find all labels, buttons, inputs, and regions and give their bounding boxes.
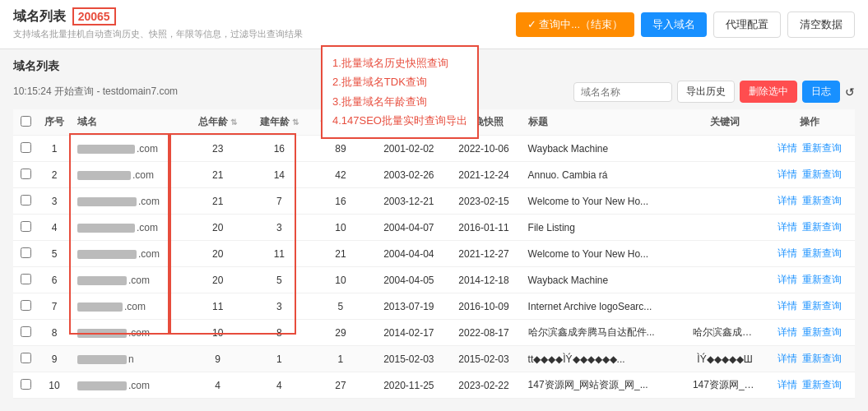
row-checkbox-cell: [13, 162, 38, 188]
row-actions: 详情重新查询: [764, 267, 855, 293]
row-latest-snapshot: 2022-10-06: [446, 136, 521, 162]
search-input[interactable]: [573, 82, 672, 102]
row-title: Welcome to Your New Ho...: [522, 188, 686, 215]
row-build-age: 8: [248, 320, 310, 346]
requery-link[interactable]: 重新查询: [802, 300, 842, 312]
agent-config-button[interactable]: 代理配置: [713, 12, 781, 38]
domain-blur: [77, 224, 135, 233]
domain-blur: [77, 329, 127, 338]
row-checkbox[interactable]: [21, 379, 31, 390]
row-earliest-snapshot: 2004-04-05: [371, 267, 446, 293]
query-button[interactable]: ✓ 查询中...（结束）: [516, 12, 634, 37]
toolbar-right: 导出历史 删除选中 日志 ↺: [573, 81, 855, 103]
row-checkbox[interactable]: [21, 326, 31, 337]
requery-link[interactable]: 重新查询: [802, 353, 842, 364]
row-keywords: [686, 188, 764, 215]
requery-link[interactable]: 重新查询: [802, 379, 842, 390]
row-checkbox-cell: [13, 136, 38, 162]
detail-link[interactable]: 详情: [777, 353, 797, 364]
row-checkbox[interactable]: [21, 300, 31, 311]
row-build-age: 4: [248, 372, 310, 399]
row-checkbox[interactable]: [21, 274, 31, 284]
domain-blur: [77, 197, 137, 206]
requery-link[interactable]: 重新查询: [802, 247, 842, 259]
table-row: 6.com205102004-04-052014-12-18Wayback Ma…: [13, 267, 855, 293]
toolbar-left: 10:15:24 开始查询 - testdomain7.com: [13, 85, 178, 99]
row-checkbox[interactable]: [21, 353, 31, 363]
table-row: 1.com2316892001-02-022022-10-06Wayback M…: [13, 136, 855, 162]
row-checkbox-cell: [13, 241, 38, 267]
row-latest-snapshot: 2021-12-24: [446, 162, 521, 188]
row-latest-snapshot: 2015-02-03: [446, 346, 521, 372]
row-title: 147资源网_网站资源_网_...: [522, 372, 686, 399]
row-domain: .com: [71, 293, 187, 320]
detail-link[interactable]: 详情: [777, 221, 797, 233]
row-snapshots: 1: [310, 346, 372, 372]
title-text: 域名列表: [13, 9, 66, 23]
export-history-button[interactable]: 导出历史: [677, 81, 735, 103]
row-snapshots: 89: [310, 136, 372, 162]
row-title: Welcome to Your New Ho...: [522, 241, 686, 267]
row-title: File Listing: [522, 215, 686, 241]
header-actions: ✓ 查询中...（结束） 导入域名 代理配置 清空数据: [516, 12, 855, 38]
detail-link[interactable]: 详情: [777, 379, 797, 390]
row-title: Internet Archive logoSearc...: [522, 293, 686, 320]
detail-link[interactable]: 详情: [777, 169, 797, 180]
sort-build-age-icon[interactable]: ⇅: [292, 118, 299, 127]
page-title: 域名列表 20065: [13, 8, 303, 25]
header-bar: 域名列表 20065 支持域名批量挂机自动查询历史、快照，年限等信息，过滤导出查…: [0, 0, 868, 49]
refresh-icon[interactable]: ↺: [845, 85, 855, 99]
row-actions: 详情重新查询: [764, 136, 855, 162]
row-build-age: 11: [248, 241, 310, 267]
row-total-age: 20: [187, 241, 248, 267]
requery-link[interactable]: 重新查询: [802, 142, 842, 154]
detail-link[interactable]: 详情: [777, 326, 797, 338]
row-latest-snapshot: 2021-12-27: [446, 241, 521, 267]
th-total-age[interactable]: 总年龄 ⇅: [187, 109, 248, 136]
row-checkbox[interactable]: [21, 195, 31, 206]
requery-link[interactable]: 重新查询: [802, 326, 842, 338]
detail-link[interactable]: 详情: [777, 247, 797, 259]
row-title: Annuo. Cambia rá: [522, 162, 686, 188]
row-checkbox[interactable]: [21, 221, 31, 232]
row-actions: 详情重新查询: [764, 241, 855, 267]
import-button[interactable]: 导入域名: [641, 12, 707, 37]
row-total-age: 23: [187, 136, 248, 162]
select-all-checkbox[interactable]: [21, 116, 31, 127]
row-checkbox[interactable]: [21, 142, 31, 153]
row-checkbox[interactable]: [21, 247, 31, 258]
requery-link[interactable]: 重新查询: [802, 221, 842, 233]
domain-blur: [77, 250, 137, 259]
requery-link[interactable]: 重新查询: [802, 169, 842, 180]
detail-link[interactable]: 详情: [777, 142, 797, 154]
requery-link[interactable]: 重新查询: [802, 274, 842, 285]
detail-link[interactable]: 详情: [777, 195, 797, 206]
row-snapshots: 10: [310, 267, 372, 293]
header-left: 域名列表 20065 支持域名批量挂机自动查询历史、快照，年限等信息，过滤导出查…: [13, 8, 303, 40]
row-seq: 4: [38, 215, 71, 241]
row-earliest-snapshot: 2004-04-04: [371, 241, 446, 267]
domain-blur: [77, 276, 127, 285]
table-row: 10.com44272020-11-252023-02-22147资源网_网站资…: [13, 372, 855, 399]
row-seq: 2: [38, 162, 71, 188]
requery-link[interactable]: 重新查询: [802, 195, 842, 206]
domain-blur: [77, 145, 135, 154]
row-earliest-snapshot: 2004-04-07: [371, 215, 446, 241]
log-button[interactable]: 日志: [802, 81, 840, 103]
row-checkbox[interactable]: [21, 169, 31, 179]
th-build-age[interactable]: 建年龄 ⇅: [248, 109, 310, 136]
clear-data-button[interactable]: 清空数据: [787, 12, 855, 38]
row-seq: 6: [38, 267, 71, 293]
row-latest-snapshot: 2023-02-15: [446, 188, 521, 215]
delete-selected-button[interactable]: 删除选中: [740, 81, 797, 103]
domain-blur: [77, 355, 127, 364]
row-domain: n: [71, 346, 187, 372]
detail-link[interactable]: 详情: [777, 274, 797, 285]
row-keywords: [686, 162, 764, 188]
detail-link[interactable]: 详情: [777, 300, 797, 312]
row-actions: 详情重新查询: [764, 188, 855, 215]
row-actions: 详情重新查询: [764, 293, 855, 320]
row-title: Wayback Machine: [522, 136, 686, 162]
row-domain: .com: [71, 267, 187, 293]
sort-total-age-icon[interactable]: ⇅: [230, 118, 237, 127]
